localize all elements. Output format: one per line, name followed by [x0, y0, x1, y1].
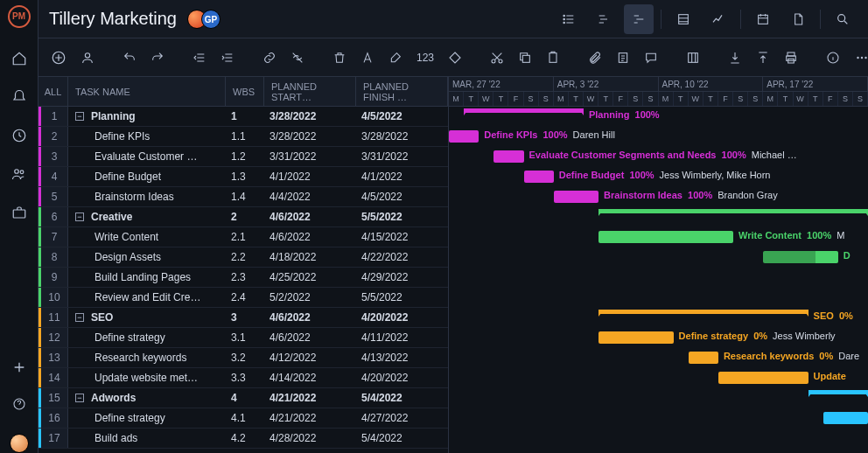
grid-row[interactable]: 16Define strategy4.14/21/20224/27/2022 — [38, 408, 448, 429]
more-button[interactable] — [854, 50, 868, 66]
col-all[interactable]: ALL — [38, 77, 68, 106]
note-button[interactable] — [616, 51, 630, 65]
plus-button[interactable] — [51, 50, 66, 66]
print-button[interactable] — [784, 51, 798, 65]
gantt-view-button[interactable] — [624, 4, 654, 34]
diamond-button[interactable] — [448, 51, 462, 65]
summary-bar[interactable] — [598, 209, 868, 213]
clock-icon[interactable] — [11, 128, 27, 143]
number-format-button[interactable]: 123 — [416, 52, 434, 64]
indent-button[interactable] — [220, 51, 234, 65]
task-bar[interactable] — [524, 171, 554, 183]
svg-point-25 — [864, 56, 866, 58]
col-planned-finish[interactable]: PLANNED FINISH … — [356, 77, 448, 106]
task-bar[interactable] — [598, 331, 674, 344]
collaborators[interactable]: GP — [187, 10, 220, 29]
task-name-cell[interactable]: Evaluate Customer … — [68, 147, 226, 166]
paste-button[interactable] — [546, 51, 560, 65]
redo-button[interactable] — [150, 51, 164, 65]
task-bar[interactable] — [823, 412, 868, 424]
bell-icon[interactable] — [11, 89, 27, 105]
task-name-cell[interactable]: Define strategy — [68, 328, 226, 347]
task-name-cell[interactable]: −Adwords — [68, 388, 226, 408]
columns-button[interactable] — [686, 51, 700, 65]
task-name-cell[interactable]: −Planning — [68, 107, 226, 126]
task-name-cell[interactable]: −Creative — [68, 207, 226, 226]
undo-button[interactable] — [122, 51, 136, 65]
grid-row[interactable]: 17Build ads4.24/28/20225/4/2022 — [38, 429, 448, 449]
comment-button[interactable] — [644, 51, 658, 65]
briefcase-icon[interactable] — [11, 205, 27, 220]
bullet-list-view-button[interactable] — [554, 4, 584, 34]
attach-button[interactable] — [588, 51, 602, 65]
collapse-icon[interactable]: − — [75, 313, 84, 322]
summary-bar[interactable] — [464, 108, 584, 113]
paint-button[interactable] — [388, 51, 402, 65]
summary-bar[interactable] — [598, 310, 808, 314]
task-name-cell[interactable]: −SEO — [68, 308, 226, 327]
grid-row[interactable]: 14Update website met…3.34/14/20224/20/20… — [38, 368, 448, 388]
task-name-cell[interactable]: Research keywords — [68, 348, 226, 367]
info-button[interactable] — [826, 51, 840, 65]
collapse-icon[interactable]: − — [75, 112, 84, 121]
copy-button[interactable] — [518, 51, 532, 65]
col-name[interactable]: TASK NAME — [68, 77, 226, 106]
task-bar[interactable] — [763, 251, 838, 263]
task-name-cell[interactable]: Update website met… — [68, 368, 226, 387]
task-name-cell[interactable]: Build Landing Pages — [68, 268, 226, 287]
grid-row[interactable]: 13Research keywords3.24/12/20224/13/2022 — [38, 348, 448, 368]
help-icon[interactable] — [12, 397, 26, 411]
task-bar[interactable] — [554, 191, 598, 203]
task-bar[interactable] — [494, 150, 523, 163]
task-name-cell[interactable]: Review and Edit Cre… — [68, 288, 226, 307]
font-button[interactable] — [360, 51, 374, 65]
task-name-cell[interactable]: Write Content — [68, 227, 226, 247]
document-view-button[interactable] — [783, 4, 813, 34]
task-bar[interactable] — [718, 372, 808, 384]
task-bar[interactable] — [598, 231, 733, 243]
collapse-icon[interactable]: − — [75, 394, 84, 402]
link-button[interactable] — [262, 51, 276, 65]
task-bar[interactable] — [449, 130, 479, 143]
task-bar[interactable] — [689, 352, 718, 364]
task-name-cell[interactable]: Build ads — [68, 429, 226, 448]
outdent-button[interactable] — [192, 51, 206, 65]
chart-line-view-button[interactable] — [704, 4, 733, 34]
calendar-view-button[interactable] — [748, 4, 778, 34]
timeline-view-button[interactable] — [589, 4, 619, 34]
grid-row[interactable]: 7Write Content2.14/6/20224/15/2022 — [38, 227, 448, 247]
grid-row[interactable]: 5Brainstorm Ideas1.44/4/20224/5/2022 — [38, 187, 448, 207]
people-icon[interactable] — [11, 166, 27, 182]
current-user-avatar[interactable] — [10, 434, 29, 453]
grid-row[interactable]: 11−SEO34/6/20224/20/2022 — [38, 308, 448, 328]
task-name-cell[interactable]: Define Budget — [68, 167, 226, 186]
cut-button[interactable] — [490, 51, 504, 65]
grid-row[interactable]: 12Define strategy3.14/6/20224/11/2022 — [38, 328, 448, 348]
import-button[interactable] — [728, 51, 742, 65]
collapse-icon[interactable]: − — [75, 213, 84, 221]
grid-row[interactable]: 3Evaluate Customer …1.23/31/20223/31/202… — [38, 147, 448, 167]
home-icon[interactable] — [11, 51, 27, 66]
search-button[interactable] — [828, 4, 858, 34]
grid-row[interactable]: 6−Creative24/6/20225/5/2022 — [38, 207, 448, 227]
grid-row[interactable]: 8Design Assets2.24/18/20224/22/2022 — [38, 247, 448, 268]
task-name-cell[interactable]: Design Assets — [68, 247, 226, 267]
grid-row[interactable]: 9Build Landing Pages2.34/25/20224/29/202… — [38, 268, 448, 288]
col-planned-start[interactable]: PLANNED START… — [264, 77, 356, 106]
grid-row[interactable]: 15−Adwords44/21/20225/4/2022 — [38, 388, 448, 408]
add-icon[interactable] — [12, 360, 26, 374]
grid-row[interactable]: 2Define KPIs1.13/28/20223/28/2022 — [38, 127, 448, 147]
task-name-cell[interactable]: Brainstorm Ideas — [68, 187, 226, 206]
table-view-button[interactable] — [668, 4, 698, 34]
export-button[interactable] — [756, 51, 770, 65]
task-name-cell[interactable]: Define KPIs — [68, 127, 226, 146]
summary-bar[interactable] — [808, 390, 868, 394]
grid-row[interactable]: 1−Planning13/28/20224/5/2022 — [38, 107, 448, 127]
grid-row[interactable]: 10Review and Edit Cre…2.45/2/20225/5/202… — [38, 288, 448, 308]
trash-button[interactable] — [332, 51, 346, 65]
grid-row[interactable]: 4Define Budget1.34/1/20224/1/2022 — [38, 167, 448, 187]
unlink-button[interactable] — [290, 51, 304, 65]
task-name-cell[interactable]: Define strategy — [68, 408, 226, 428]
user-button[interactable] — [80, 51, 94, 65]
col-wbs[interactable]: WBS — [226, 77, 264, 106]
